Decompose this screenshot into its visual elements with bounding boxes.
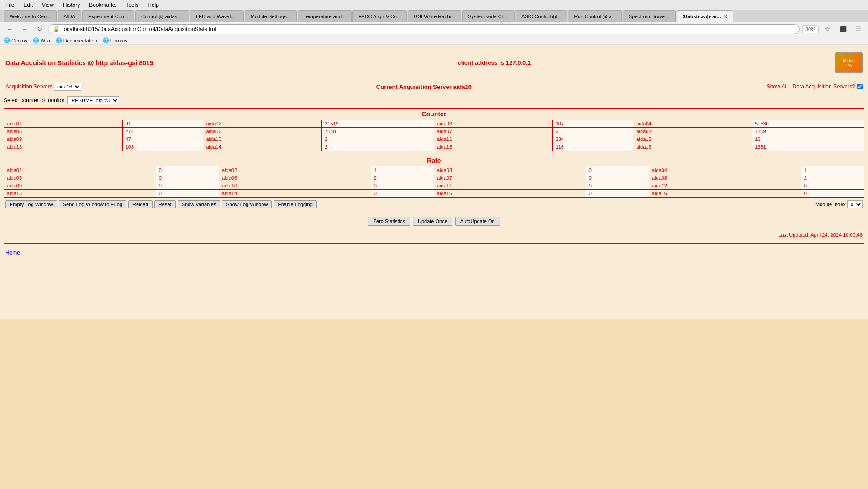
rate-name-cell: aida16	[649, 190, 801, 198]
counter-val-cell: 274	[122, 128, 203, 135]
menu-view[interactable]: View	[40, 1, 56, 9]
show-all-checkbox[interactable]	[857, 84, 863, 89]
page-content: Data Acquisition Statistics @ http aidas…	[0, 45, 868, 319]
table-row: aida01 91 aida02 31519 aida03 107 aida04…	[4, 120, 864, 128]
acquisition-servers-row: Acquisition Servers aida16 Current Acqui…	[4, 81, 864, 93]
counter-name-cell: aida10	[203, 135, 322, 143]
tab-control[interactable]: Control @ aidas-...	[135, 10, 189, 22]
home-link[interactable]: Home	[4, 248, 22, 258]
tab-system[interactable]: System wide Ch...	[462, 10, 515, 22]
rate-name-cell: aida06	[219, 174, 371, 182]
rate-val-cell: 0	[801, 182, 864, 190]
menu-edit[interactable]: Edit	[21, 1, 35, 9]
counter-name-cell: aida08	[633, 128, 752, 135]
rate-name-cell: aida01	[4, 166, 156, 174]
menu-file[interactable]: File	[4, 1, 16, 9]
counter-val-cell: 2	[322, 135, 434, 143]
tab-fadc[interactable]: FADC Align & Co...	[352, 10, 407, 22]
globe-icon-2: 🌐	[33, 37, 39, 43]
counter-section: Counter aida01 91 aida02 31519 aida03 10…	[4, 108, 864, 151]
counter-section-title: Counter	[4, 108, 864, 120]
globe-icon: 🌐	[4, 37, 10, 43]
rate-name-cell: aida10	[219, 182, 371, 190]
rate-name-cell: aida04	[649, 166, 801, 174]
counter-dropdown[interactable]: RESUME-info #3	[67, 96, 119, 104]
zero-statistics-button[interactable]: Zero Statistics	[368, 217, 410, 226]
bookmark-documentation[interactable]: 🌐 Documentation	[56, 37, 97, 43]
counter-table: aida01 91 aida02 31519 aida03 107 aida04…	[4, 120, 864, 151]
url-input[interactable]	[63, 26, 794, 32]
tab-experiment[interactable]: Experiment Con...	[82, 10, 134, 22]
menu-history[interactable]: History	[61, 1, 82, 9]
counter-val-cell: 234	[552, 135, 633, 143]
rate-val-cell: 0	[586, 174, 649, 182]
reset-button[interactable]: Reset	[154, 200, 176, 208]
rate-val-cell: 1	[371, 166, 434, 174]
tab-spectrum[interactable]: Spectrum Brows...	[623, 10, 676, 22]
rate-name-cell: aida11	[434, 182, 586, 190]
table-row: aida13 0 aida14 0 aida15 0 aida16 0	[4, 190, 864, 198]
rate-val-cell: 0	[586, 190, 649, 198]
counter-name-cell: aida11	[434, 135, 552, 143]
rate-val-cell: 0	[801, 190, 864, 198]
tab-gsi[interactable]: GSI White Rabbi...	[408, 10, 461, 22]
empty-log-button[interactable]: Empty Log Window	[5, 200, 57, 208]
counter-name-cell: aida05	[4, 128, 123, 135]
counter-val-cell: 7209	[752, 128, 864, 135]
last-updated: Last Updated: April 24, 2024 10:00:48	[4, 230, 864, 239]
bookmark-centos[interactable]: 🌐 Centos	[4, 37, 27, 43]
browser-menu-button[interactable]: ☰	[852, 24, 864, 34]
extensions-button[interactable]: ⬛	[836, 24, 850, 34]
tab-module[interactable]: Module Settings...	[245, 10, 297, 22]
tab-statistics[interactable]: Statistics @ ai...✕	[677, 10, 733, 22]
table-row: aida05 274 aida06 7548 aida07 2 aida08 7…	[4, 128, 864, 135]
rate-name-cell: aida08	[649, 174, 801, 182]
bookmark-forums[interactable]: 🌐 Forums	[103, 37, 127, 43]
menu-bookmarks[interactable]: Bookmarks	[87, 1, 118, 9]
counter-val-cell: 2	[322, 143, 434, 151]
rate-val-cell: 1	[801, 166, 864, 174]
client-address: client address is 127.0.0.1	[458, 59, 531, 66]
bookmark-star-button[interactable]: ☆	[821, 24, 833, 34]
forward-button[interactable]: →	[19, 24, 31, 34]
rate-name-cell: aida02	[219, 166, 371, 174]
show-log-button[interactable]: Show Log Window	[222, 200, 272, 208]
acquisition-servers-label: Acquisition Servers aida16	[5, 83, 81, 91]
table-row: aida13 108 aida14 2 aida15 116 aida16 13…	[4, 143, 864, 151]
enable-logging-button[interactable]: Enable Logging	[274, 200, 316, 208]
module-index-select[interactable]: 0	[847, 200, 863, 208]
counter-val-cell: 7548	[322, 128, 434, 135]
tab-aida[interactable]: AIDA	[58, 10, 81, 22]
back-button[interactable]: ←	[4, 24, 16, 34]
module-index-label: Module Index	[815, 202, 846, 207]
server-select[interactable]: aida16	[54, 83, 81, 91]
counter-name-cell: aida09	[4, 135, 123, 143]
menu-tools[interactable]: Tools	[124, 1, 140, 9]
tab-led[interactable]: LED and Wavefo...	[190, 10, 244, 22]
tab-asic[interactable]: ASIC Control @...	[516, 10, 568, 22]
reload-button[interactable]: Reload	[128, 200, 153, 208]
tab-close-icon[interactable]: ✕	[724, 14, 727, 19]
page-title: Data Acquisition Statistics @ http aidas…	[5, 59, 153, 67]
reload-button[interactable]: ↻	[34, 24, 45, 34]
update-once-button[interactable]: Update Once	[413, 217, 452, 226]
tab-run-control[interactable]: Run Control @ a...	[568, 10, 621, 22]
rate-section-title: Rate	[4, 155, 864, 166]
bookmark-wiki[interactable]: 🌐 Wiki	[33, 37, 50, 43]
rate-val-cell: 0	[156, 174, 219, 182]
show-variables-button[interactable]: Show Variables	[178, 200, 221, 208]
counter-val-cell: 47	[122, 135, 203, 143]
current-server: Current Acquisition Server aida16	[376, 83, 472, 90]
counter-name-cell: aida01	[4, 120, 123, 128]
page-header: Data Acquisition Statistics @ http aidas…	[4, 49, 864, 77]
tab-temperature[interactable]: Temperature and...	[298, 10, 352, 22]
auto-update-button[interactable]: AutoUpdate On	[455, 217, 500, 226]
rate-name-cell: aida05	[4, 174, 156, 182]
counter-name-cell: aida04	[633, 120, 752, 128]
zoom-indicator: 80%	[802, 25, 819, 33]
menu-help[interactable]: Help	[146, 1, 161, 9]
send-log-button[interactable]: Send Log Window to ELog	[59, 200, 126, 208]
tab-welcome[interactable]: Welcome to Cen...	[4, 10, 57, 22]
table-row: aida05 0 aida06 2 aida07 0 aida08 2	[4, 174, 864, 182]
rate-val-cell: 0	[371, 182, 434, 190]
